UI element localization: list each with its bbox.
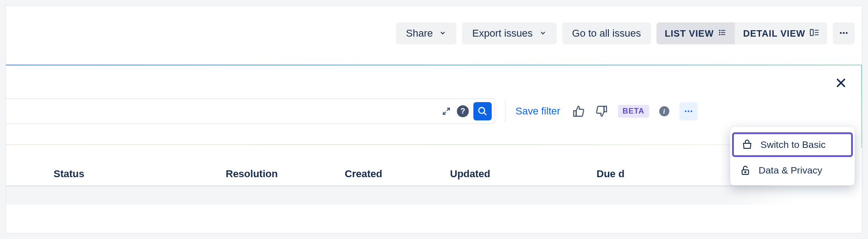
- svg-point-23: [745, 172, 746, 173]
- top-toolbar: Share Export issues Go to all issues LIS…: [396, 22, 855, 44]
- detail-view-label: DETAIL VIEW: [743, 28, 805, 39]
- search-actions: ?: [440, 102, 494, 120]
- svg-point-20: [688, 110, 689, 112]
- table-row[interactable]: [6, 186, 862, 205]
- export-label: Export issues: [472, 27, 532, 39]
- column-header-resolution[interactable]: Resolution: [220, 168, 326, 180]
- chevron-down-icon: [439, 27, 446, 39]
- share-button[interactable]: Share: [396, 22, 457, 44]
- detail-icon: [810, 28, 819, 39]
- svg-line-18: [484, 113, 487, 115]
- search-button[interactable]: [473, 102, 492, 120]
- menu-item-label: Data & Privacy: [759, 165, 822, 176]
- svg-rect-1: [721, 30, 725, 31]
- thumbs-down-icon[interactable]: [595, 105, 608, 118]
- close-button[interactable]: [832, 74, 850, 92]
- svg-rect-3: [721, 32, 725, 33]
- detail-view-button[interactable]: DETAIL VIEW: [735, 22, 827, 44]
- save-filter-link[interactable]: Save filter: [515, 105, 560, 117]
- column-header-due[interactable]: Due d: [591, 168, 664, 180]
- svg-point-2: [719, 32, 721, 33]
- svg-point-12: [846, 32, 847, 33]
- menu-item-switch-to-basic[interactable]: Switch to Basic: [732, 132, 853, 157]
- svg-point-11: [843, 32, 845, 33]
- list-view-label: LIST VIEW: [665, 28, 714, 39]
- column-header-created[interactable]: Created: [339, 168, 435, 180]
- help-icon[interactable]: ?: [457, 105, 469, 117]
- expand-icon[interactable]: [440, 105, 452, 117]
- svg-point-4: [719, 34, 721, 35]
- svg-point-10: [840, 32, 842, 33]
- export-issues-button[interactable]: Export issues: [462, 22, 556, 44]
- app-frame: Share Export issues Go to all issues LIS…: [5, 5, 863, 234]
- gradient-divider: [6, 65, 862, 65]
- list-view-button[interactable]: LIST VIEW: [656, 22, 735, 44]
- svg-point-21: [690, 110, 692, 112]
- filter-more-menu: Switch to Basic Data & Privacy: [730, 127, 855, 185]
- menu-item-data-privacy[interactable]: Data & Privacy: [730, 159, 855, 182]
- svg-rect-5: [721, 34, 725, 35]
- jql-search-input[interactable]: [6, 99, 440, 124]
- jql-search-container: ?: [6, 98, 495, 124]
- list-icon: [718, 28, 727, 39]
- svg-point-0: [719, 30, 721, 31]
- filter-more-button[interactable]: [679, 102, 698, 120]
- svg-point-19: [684, 110, 686, 112]
- goto-all-issues-button[interactable]: Go to all issues: [562, 22, 651, 44]
- svg-point-17: [479, 108, 485, 114]
- more-actions-button[interactable]: [833, 22, 855, 44]
- info-icon[interactable]: i: [659, 106, 669, 116]
- search-row: ? Save filter BETA i: [6, 98, 862, 124]
- beta-badge: BETA: [618, 105, 649, 118]
- goto-label: Go to all issues: [572, 27, 641, 39]
- chevron-down-icon: [539, 27, 547, 39]
- basket-icon: [741, 139, 753, 151]
- menu-item-label: Switch to Basic: [760, 139, 825, 150]
- svg-rect-6: [810, 29, 814, 35]
- column-header-updated[interactable]: Updated: [445, 168, 545, 180]
- dots-icon: [839, 28, 849, 39]
- share-label: Share: [406, 27, 433, 39]
- view-toggle-group: LIST VIEW DETAIL VIEW: [656, 22, 827, 44]
- feedback-controls: BETA i: [572, 102, 698, 120]
- vertical-divider: [505, 100, 505, 122]
- lock-icon: [739, 164, 751, 176]
- column-header-status[interactable]: Status: [48, 168, 176, 180]
- thumbs-up-icon[interactable]: [572, 105, 585, 118]
